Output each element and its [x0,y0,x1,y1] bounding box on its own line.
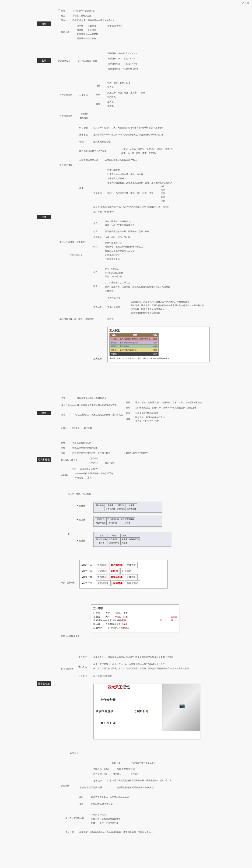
n-s4b1v: 诸法（将社人生列法为"空"、诸佛和因）五名、八只、九次等诸种多说法 [135,401,202,404]
n-f2: 成道地——菩提那耶 [77,28,96,32]
root-canon[interactable]: 经典和标记 [37,457,51,462]
n-han1v: 公元前2年（西汉），大月氏王使者伊存在中国博士弟子景卢口授《浮屠经》 [93,126,164,129]
root-develop[interactable]: 发展 [37,58,51,63]
embed-sanshen: 概念名称应身佛报身佛法身佛 释迦牟尼佛卢舍那佛毗卢遮那佛 [93,502,162,513]
root-creation[interactable]: 创立 [37,22,51,26]
n-z-in1: 前弘（7-9世纪） [105,268,121,271]
n-chan2: 对中国文化影响最大 [107,177,126,180]
n-hf8v: 护法伽蓝"伽蓝监斋使者" [91,803,114,806]
n-z-jy3: 无量本尊 [105,289,114,292]
n-cn2: 藏传佛教 [80,117,88,120]
n-hf1v: 代表佛乐于开方便接纳意义 [131,762,156,765]
n-chan5: 以口语·禅机的独创"内修"方式，以安生动的形式阐释禅理（黄庭四方三类）为特征 [93,205,169,209]
n-wdjp: 五大教派 [93,357,102,360]
n-s5d1: 《甘珠尔》 [89,457,99,460]
n-olh2: 理藏二将（金刚密迹辨菩提迦叶） [91,817,123,820]
n-dev-sub: （三个600年四个时期） [77,60,99,63]
n-s4a: "四谛" [61,397,66,400]
n-west-s: 藏语系 [107,100,114,103]
n-s4av: 佛教各宗派共同承认的基础教义 [77,397,106,400]
n-hf2: 寺院布局（五殿） [93,767,110,771]
n-stw: 四大天王 [70,751,78,754]
n-p4: 密乘佛教时期（7-12世纪）600年 [108,67,138,70]
n-paiv-e: 沩仰 [161,199,165,203]
n-s5c: 论藏 [61,451,65,455]
n-time-v: 公元前6世纪（春秋时期） [72,9,97,12]
n-zhuyao: 主要派别 [93,191,102,195]
n-s4b: "缘起二诗"——说明人生世界来源多因缘和合的相互依持而有 [61,404,117,407]
n-p1: 原始佛教（前6-前4世纪）200年 [108,52,137,55]
n-f1: 出生地——蓝毗尼园 [77,24,96,28]
n-time: 时间 [61,9,65,12]
n-p3: 大乘佛教时期（1-7世纪）600年 [108,62,137,65]
n-z-in2: 841年唐王朝的灭佛 [105,271,123,274]
wdjp-note: 格鲁派（黄教）于15世纪初宗喀巴所创。是今五个教派中形成最晚的教派 [109,357,208,360]
n-hf7v: 相传乃了鲁诸多神、白面菩台般护神佛将 [91,796,129,799]
embed-wuda: 五大菩萨 ① 文殊 —— 大智 —— 五台山（青狮） ② 普贤 —— 大行 ——… [91,604,179,632]
n-s5f2: 摩尼信远——莲花 [75,476,91,479]
n-l-xy: 信仰民族 [93,236,102,239]
n-lh3: 五百罗汉 [78,674,87,678]
n-lang: 南传上座部佛教（小乘佛教） [60,240,87,244]
n-lh: 罗汉（自觉者） [61,667,75,671]
n-han2v: 东汉明帝永平十年（公元67年）两名印度僧人以白马驮载佛经和佛像到洛阳 [93,133,163,136]
n-place-v: 古印度（迦毗罗卫国） [72,14,93,17]
n-l-fbv: 德宏傣族景颇族自治州、西双版纳、思茅、临沧 [105,230,149,233]
n-z-jy: 教义 [93,285,98,288]
n-s5b: 律藏 [61,446,65,450]
n-zang: 藏传佛教（藏、蒙、满族、纳西信仰） [60,317,95,320]
n-l-td2: 遵规严格、教徒在家修行师佛苦行的生活 [105,245,143,248]
n-west: 藏传 [96,102,100,105]
n-cn: 在中国的传播 [60,114,72,118]
n-s5av: 释迦说法的言论汇集 [72,441,91,444]
n-f1v: 位于尼泊尔境内 [107,24,122,28]
n-lh2: 十八罗汉 [78,665,87,668]
wdjp-table: 名称特征别称 宁玛派戴人带戴红色僧帽古标，意即"古""旧"红教 萨迦派围墙标红白… [109,333,159,356]
n-ssf: ■ 三身佛： [77,504,87,507]
n-p2: 部派佛教（前4-1世纪）400年 [108,57,135,60]
n-s4c: 集谛 [126,406,130,409]
n-hf1: 弥勒（笑） [112,762,123,765]
n-z-jy1: 大、小乘兼学，以大乘为主 [105,281,130,284]
n-han2: 永平求法 [79,133,88,136]
n-han1: 伊存授经 [79,126,88,129]
n-south-v: 斯里兰卡—泰国、老挝、柬埔寨——汉傣 [107,91,145,94]
n-place: 地点 [61,14,65,17]
n-han3: 译经 [79,140,84,143]
root-doctrine[interactable]: 教义 [37,411,51,415]
n-z-sd3: 宗教仪 [107,317,114,320]
feedback-link[interactable]: 反馈 [242,1,249,5]
n-north-s: 汉语系 [107,85,114,89]
n-sfp: ■ 三方佛： [77,518,87,521]
n-s5cv: 释迦后学对经句义的说明、讲述和注解等 [72,451,110,455]
n-l-td5: 不出会被看不起 [105,257,120,260]
embed-sanfang: 娑婆世界西方极乐世界东方净琉璃世界 释迦牟尼佛阿弥陀佛药师佛 [93,516,162,527]
n-olh: 其他乃咏罗榜的主神 [65,817,84,820]
n-f4: 涅槃地——约尸那迦 [77,37,96,40]
n-ssf2: ■ 三世佛： [77,539,87,542]
root-worship[interactable]: 信奉的对象 [37,681,51,686]
n-z-in3: 后弘（10-20世纪） [105,275,123,278]
n-l-fb: 分布 [93,230,98,233]
n-s5d: 藏传佛教大藏分为 [61,459,77,462]
n-chan3: 被誉为中国思想史、文化史上实现佛教中国化、主要面对实际的知识人 [107,181,172,184]
n-z-sd2c: 历代达赖、班禅之下各大活佛继承人 [131,308,164,311]
n-han5v: 在隋唐时期形成独具特色的"三教合一" [105,159,140,162]
n-hf8: 关羽 [79,803,84,806]
n-han3a: 三论宗、天台宗、华严宗（贤首宗）、法相宗（慈恩宗） [121,148,174,151]
n-lh22: 傅（新）等就又作（第十八罗汉）《十八罗汉颂》等后便二罗汉分出 并称般续蛤几 卡大… [93,667,189,670]
n-l-hs: 洁出当官经历 [70,253,83,257]
n-lh1: 十六罗汉 [78,656,87,659]
n-han4: 隋唐鼎盛宗派林立（八大宗派） [79,149,109,153]
n-z-sd2d: 历代活佛转世经过中央政府册封 [131,311,160,314]
root-spread[interactable]: 传播 [37,215,51,219]
n-s5c2: 主编为"三藏"通常"大藏经" [124,451,148,455]
n-z-sd: 四大特色 [93,306,102,309]
n-l-xyv: （傣、布朗、德昂、佤）族 [105,236,130,239]
n-hf4v: 金刚力士 [131,772,139,776]
n-hf3: 韦驮 面对和 笑弥勒 [117,767,135,771]
n-s4d: "无常二诗"——指人生世界的万有现象是建远生灭变化、虚幻不实的 [61,413,123,416]
n-hf6: 东 多金 北西天王的 法器 [79,786,102,789]
n-founder: 创始人 [61,19,67,22]
n-han5: 创建适用中国民众的 [79,159,98,162]
